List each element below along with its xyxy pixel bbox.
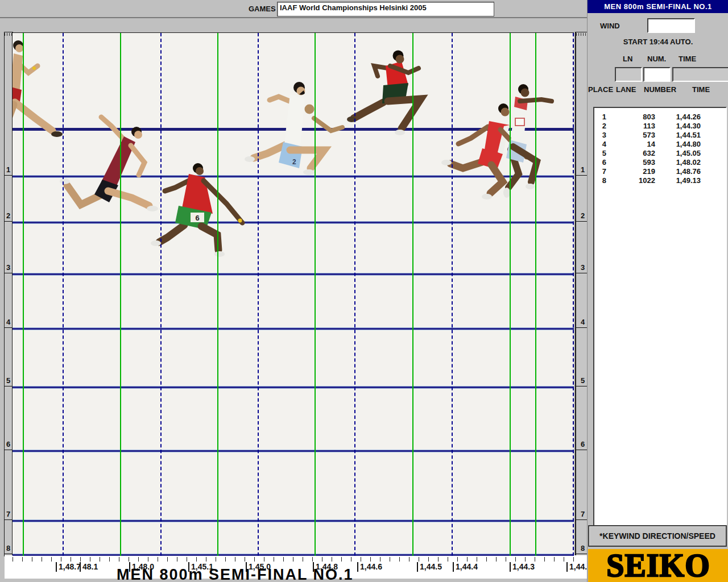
result-row: 72191,48.76 (594, 167, 726, 176)
time-cell: 1,44.80 (655, 140, 701, 149)
runners-layer: 6 2 (13, 33, 574, 556)
results-header-lane: LANE (616, 85, 636, 94)
number-cell: 219 (623, 167, 655, 176)
number-cell: 803 (623, 113, 655, 122)
grid-line-green (315, 33, 316, 556)
place-cell: 3 (594, 131, 606, 140)
time-cell: 1,48.76 (655, 167, 701, 176)
place-cell: 7 (594, 167, 606, 176)
seiko-logo-text: SEIKO (606, 551, 710, 580)
games-input[interactable]: IAAF World Championships Helsinki 2005 (277, 2, 494, 16)
grid-line-dashed (160, 33, 162, 556)
grid-line-green (23, 33, 24, 556)
wind-input[interactable] (647, 18, 695, 33)
time-cell: 1,44.30 (655, 122, 701, 131)
top-bar: GAMES IAAF World Championships Helsinki … (0, 0, 587, 18)
seiko-logo: SEIKO (588, 549, 728, 582)
start-time-text: START 19:44 AUTO. (588, 38, 728, 46)
lane-divider (5, 450, 12, 450)
runner-5 (347, 51, 421, 136)
lane-number-left-3: 3 (5, 263, 12, 272)
time-cell: 1,48.02 (655, 158, 701, 167)
num-input[interactable] (643, 67, 671, 82)
grid-line-dashed (354, 33, 355, 556)
place-cell: 1 (594, 113, 606, 122)
runner-1 (13, 40, 63, 137)
lane-number-left-6: 6 (5, 440, 12, 448)
grid-line-green (510, 33, 511, 556)
results-list: 18031,44.2621131,44.3035731,44.514141,44… (593, 107, 727, 527)
time-cell: 1,49.13 (655, 176, 701, 185)
lane-number-left-4: 4 (5, 318, 12, 326)
time-scale-label: 1,44.5 (417, 562, 442, 572)
place-cell: 5 (594, 149, 606, 158)
lane-number-left-1: 1 (5, 165, 12, 174)
photo-finish-image: 6 2 (13, 32, 574, 556)
lane-divider (5, 175, 12, 176)
result-row: 21131,44.30 (594, 122, 726, 131)
result-row: 4141,44.80 (594, 140, 726, 149)
right-panel: MEN 800m SEMI-FINAL NO.1 WIND START 19:4… (587, 0, 728, 582)
time-scale-label: 1,44.3 (510, 562, 535, 572)
grid-line-dashed (573, 33, 574, 556)
result-row: 65931,48.02 (594, 158, 726, 167)
number-cell: 632 (623, 149, 655, 158)
time-label: TIME (679, 55, 696, 63)
result-row: 810221,49.13 (594, 176, 726, 185)
time-scale-label: 48.1 (80, 562, 98, 572)
time-scale-label: 1,44.4 (453, 562, 478, 572)
bottom-event-title: MEN 800m SEMI-FINAL NO.1 (117, 566, 354, 582)
ruler-ticks (13, 557, 581, 562)
runner-2 (60, 117, 158, 211)
number-cell: 573 (623, 131, 655, 140)
lane-number-left-7: 7 (5, 510, 12, 518)
results-header-place: PLACE (588, 85, 613, 94)
time-scale-label: 1,44. (566, 562, 587, 572)
number-cell: 1022 (623, 176, 655, 185)
panel-event-title: MEN 800m SEMI-FINAL NO.1 (588, 0, 728, 13)
result-row: 35731,44.51 (594, 131, 726, 140)
num-label: NUM. (647, 55, 666, 63)
lane-divider (5, 554, 12, 554)
time-scale-label: 1,44.6 (357, 562, 382, 572)
lane-number-left-2: 2 (5, 211, 12, 220)
time-cell: 1,44.51 (655, 131, 701, 140)
results-header-number: NUMBER (644, 85, 676, 94)
grid-line-dashed (452, 33, 453, 556)
lane-number-left-8: 8 (5, 544, 12, 552)
ln-label: LN (623, 55, 632, 63)
number-cell: 113 (623, 122, 655, 131)
time-cell: 1,44.26 (655, 113, 701, 122)
time-input[interactable] (672, 67, 728, 82)
lane-divider (5, 519, 12, 520)
wind-label: WIND (600, 22, 620, 30)
lane-divider (5, 386, 12, 386)
place-cell: 4 (594, 140, 606, 149)
hip-number: 6 (195, 214, 199, 222)
keywind-button[interactable]: *KEYWIND DIRECTION/SPEED (588, 525, 727, 547)
result-row: 18031,44.26 (594, 113, 726, 122)
place-cell: 2 (594, 122, 606, 131)
lane-divider (5, 221, 12, 222)
time-scale-label: 1,48.7 (56, 562, 81, 572)
grid-line-dashed (258, 33, 259, 556)
grid-line-green (412, 33, 413, 556)
games-label: GAMES (249, 5, 276, 13)
time-cell: 1,45.05 (655, 149, 701, 158)
number-cell: 593 (623, 158, 655, 167)
grid-line-dashed (63, 33, 64, 556)
place-cell: 8 (594, 176, 606, 185)
lane-divider (5, 327, 12, 328)
result-row: 56321,45.05 (594, 149, 726, 158)
lane-strip-left: 12345678 (4, 32, 13, 556)
grid-line-green (217, 33, 218, 556)
ln-input[interactable] (615, 67, 642, 82)
lane-number-left-5: 5 (5, 376, 12, 385)
runner-4: 2 (245, 82, 342, 175)
shorts-number: 2 (292, 158, 296, 166)
results-header-time: TIME (692, 85, 710, 94)
place-cell: 6 (594, 158, 606, 167)
runner-3: 6 (151, 163, 242, 257)
grid-line-green (120, 33, 121, 556)
lane-divider (5, 273, 12, 273)
